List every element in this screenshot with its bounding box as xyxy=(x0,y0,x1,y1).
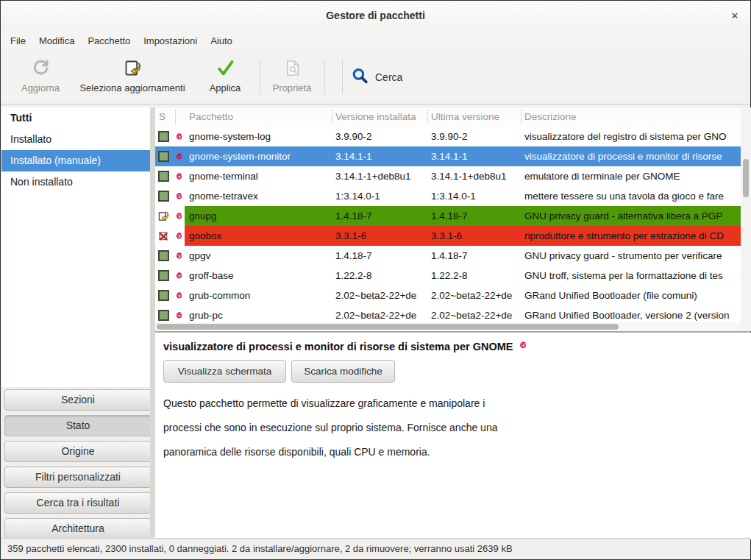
table-row[interactable]: gnome-system-log 3.9.90-2 3.9.90-2 visua… xyxy=(155,127,741,146)
table-row[interactable]: gnome-tetravex 1:3.14.0-1 1:3.14.0-1 met… xyxy=(155,186,741,206)
column-header-package[interactable]: Pacchetto xyxy=(189,107,329,127)
menu-file[interactable]: File xyxy=(4,32,32,50)
mark-upgrades-icon xyxy=(73,56,192,79)
apply-button[interactable]: Applica xyxy=(201,56,249,100)
debian-swirl-icon xyxy=(517,339,529,353)
architecture-button[interactable]: Architettura xyxy=(4,518,152,539)
refresh-icon xyxy=(13,56,68,79)
toolbar: Aggiorna Seleziona aggiornamenti Applica… xyxy=(1,52,750,104)
table-row-marked-removal[interactable]: goobox 3.3.1-6 3.3.1-6 riproduttore e st… xyxy=(155,226,741,246)
filter-list: Tutti Installato Installato (manuale) No… xyxy=(1,107,150,387)
vertical-scrollbar-thumb[interactable] xyxy=(743,159,749,197)
debian-swirl-icon xyxy=(174,171,185,182)
mark-all-upgrades-button[interactable]: Seleziona aggiornamenti xyxy=(73,56,192,100)
status-installed-icon xyxy=(158,310,169,321)
status-reinstall-icon xyxy=(158,210,169,221)
toolbar-separator xyxy=(260,59,260,94)
package-description: Questo pacchetto permette di visualizzar… xyxy=(163,391,708,464)
filter-item-installato-manuale[interactable]: Installato (manuale) xyxy=(1,150,150,171)
status-installed-icon xyxy=(158,191,169,202)
status-installed-icon xyxy=(158,290,169,301)
table-row[interactable]: gpgv 1.4.18-7 1.4.18-7 GNU privacy guard… xyxy=(155,246,741,266)
sidebar-buttons: Sezioni Stato Origine Filtri personalizz… xyxy=(1,387,153,539)
search-button[interactable]: Cerca xyxy=(351,63,402,91)
synaptic-window: Gestore di pacchetti ✕ File Modifica Pac… xyxy=(0,0,751,560)
status-text: 359 pacchetti elencati, 2300 installati,… xyxy=(7,543,513,554)
search-icon xyxy=(351,67,369,88)
filter-item-tutti[interactable]: Tutti xyxy=(1,107,150,129)
statusbar: 359 pacchetti elencati, 2300 installati,… xyxy=(1,538,750,559)
debian-swirl-icon xyxy=(174,191,185,202)
menu-aiuto[interactable]: Aiuto xyxy=(204,32,239,50)
debian-swirl-icon xyxy=(174,210,185,221)
status-remove-icon xyxy=(158,230,169,241)
search-results-button[interactable]: Cerca tra i risultati xyxy=(4,492,152,514)
vertical-scrollbar[interactable] xyxy=(741,107,751,331)
column-header-latest-version[interactable]: Ultima versione xyxy=(431,107,521,127)
table-row[interactable]: gnome-terminal 3.14.1-1+deb8u1 3.14.1-1+… xyxy=(155,166,741,186)
menu-impostazioni[interactable]: Impostazioni xyxy=(137,32,204,50)
pane-splitter[interactable] xyxy=(150,107,155,537)
horizontal-scrollbar-thumb[interactable] xyxy=(157,324,619,330)
debian-swirl-icon xyxy=(174,270,185,281)
status-installed-icon xyxy=(158,250,169,261)
menu-pacchetto[interactable]: Pacchetto xyxy=(81,32,137,50)
close-icon[interactable]: ✕ xyxy=(728,10,741,23)
menu-modifica[interactable]: Modifica xyxy=(32,32,81,50)
properties-icon xyxy=(266,56,318,79)
custom-filters-button[interactable]: Filtri personalizzati xyxy=(4,467,152,488)
debian-swirl-icon xyxy=(174,310,185,321)
titlebar: Gestore di pacchetti ✕ xyxy=(1,1,750,30)
sections-button[interactable]: Sezioni xyxy=(4,389,152,411)
column-header-installed-version[interactable]: Versione installata xyxy=(335,107,427,127)
filter-item-installato[interactable]: Installato xyxy=(1,129,150,150)
debian-swirl-icon xyxy=(174,131,185,142)
package-summary-title: visualizzatore di processi e monitor di … xyxy=(163,339,529,353)
status-installed-icon xyxy=(158,171,169,182)
column-header-s[interactable]: S xyxy=(159,107,174,127)
table-row-selected[interactable]: gnome-system-monitor 3.14.1-1 3.14.1-1 v… xyxy=(155,146,741,166)
properties-button[interactable]: Proprietà xyxy=(266,56,318,100)
table-row[interactable]: grub-common 2.02~beta2-22+de 2.02~beta2-… xyxy=(155,286,741,305)
table-row-marked-reinstall[interactable]: gnupg 1.4.18-7 1.4.18-7 GNU privacy guar… xyxy=(155,206,741,226)
table-header: S Pacchetto Versione installata Ultima v… xyxy=(155,107,741,127)
horizontal-scrollbar[interactable] xyxy=(155,322,741,331)
toolbar-separator xyxy=(324,59,325,94)
status-button[interactable]: Stato xyxy=(4,415,152,436)
table-row[interactable]: groff-base 1.22.2-8 1.22.2-8 GNU troff, … xyxy=(155,266,741,286)
toolbar-separator xyxy=(342,59,343,94)
apply-check-icon xyxy=(201,56,249,79)
column-header-description[interactable]: Descrizione xyxy=(524,107,672,127)
filter-item-non-installato[interactable]: Non installato xyxy=(1,171,150,193)
menubar: File Modifica Pacchetto Impostazioni Aiu… xyxy=(1,30,750,52)
window-title: Gestore di pacchetti xyxy=(1,10,750,21)
debian-swirl-icon xyxy=(174,230,185,241)
refresh-button[interactable]: Aggiorna xyxy=(13,56,68,100)
details-pane: visualizzatore di processi e monitor di … xyxy=(155,333,751,539)
debian-swirl-icon xyxy=(174,250,185,261)
origin-button[interactable]: Origine xyxy=(4,441,152,462)
debian-swirl-icon xyxy=(174,290,185,301)
status-installed-icon xyxy=(158,151,169,162)
debian-swirl-icon xyxy=(174,151,185,162)
status-installed-icon xyxy=(158,270,169,281)
get-screenshot-button[interactable]: Visualizza schermata xyxy=(163,360,286,383)
package-table: S Pacchetto Versione installata Ultima v… xyxy=(155,107,741,331)
get-changelog-button[interactable]: Scarica modifiche xyxy=(291,360,395,383)
status-installed-icon xyxy=(158,131,169,142)
